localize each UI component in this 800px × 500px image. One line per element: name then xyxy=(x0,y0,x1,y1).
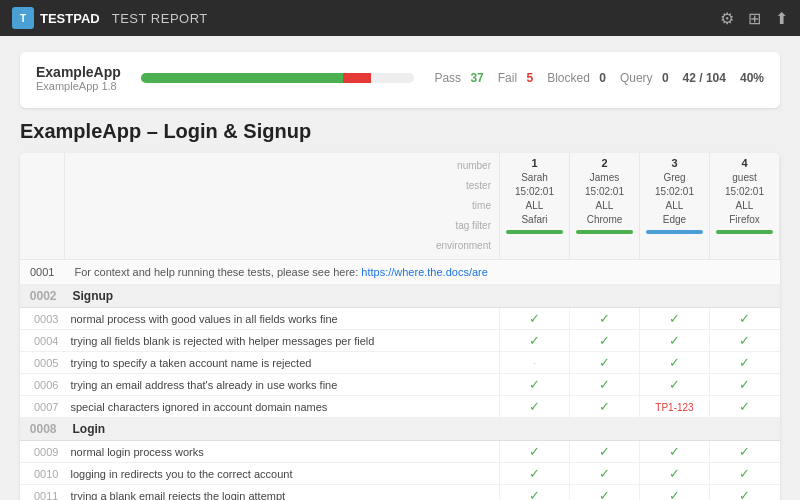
table-row: 0005 trying to specify a taken account n… xyxy=(20,352,780,374)
table-row: 0007 special characters ignored in accou… xyxy=(20,396,780,418)
check-pass: ✓ xyxy=(669,488,680,500)
check-cell-3: ✓ xyxy=(710,463,780,485)
info-link[interactable]: https://where.the.docs/are xyxy=(361,266,488,278)
project-header: ExampleApp ExampleApp 1.8 Pass 37 Fail 5… xyxy=(36,64,764,92)
row-num: 0003 xyxy=(20,308,64,330)
row-num: 0011 xyxy=(20,485,64,501)
label-tag-filter: tag filter xyxy=(71,216,491,236)
check-pass: ✓ xyxy=(669,333,680,348)
section-login: 0008 Login xyxy=(20,418,780,441)
nav-title: TEST REPORT xyxy=(112,11,208,26)
check-cell-2: TP1-123 xyxy=(640,396,710,418)
check-cell-3: ✓ xyxy=(710,352,780,374)
logo-box: T xyxy=(12,7,34,29)
check-cell-1: ✓ xyxy=(570,441,640,463)
header-tester-4: 4 guest 15:02:01 ALL Firefox xyxy=(710,153,780,260)
stat-query: Query 0 xyxy=(620,71,669,85)
row-num: 0007 xyxy=(20,396,64,418)
check-pass: ✓ xyxy=(599,377,610,392)
row-desc: normal process with good values in all f… xyxy=(64,308,499,330)
logo-text: TESTPAD xyxy=(40,11,100,26)
nav-right: ⚙ ⊞ ⬆ xyxy=(720,9,788,28)
table-row: 0010 logging in redirects you to the cor… xyxy=(20,463,780,485)
check-cell-2: ✓ xyxy=(640,463,710,485)
row-desc: logging in redirects you to the correct … xyxy=(64,463,499,485)
stat-blocked: Blocked 0 xyxy=(547,71,606,85)
nav-left: T TESTPAD TEST REPORT xyxy=(12,7,208,29)
check-cell-2: ✓ xyxy=(640,308,710,330)
check-pass: ✓ xyxy=(599,399,610,414)
check-pass: ✓ xyxy=(669,444,680,459)
check-cell-0: ✓ xyxy=(500,330,570,352)
top-nav: T TESTPAD TEST REPORT ⚙ ⊞ ⬆ xyxy=(0,0,800,36)
check-cell-1: ✓ xyxy=(570,396,640,418)
project-pct: 40% xyxy=(740,71,764,85)
row-desc: trying all fields blank is rejected with… xyxy=(64,330,499,352)
check-pass: ✓ xyxy=(739,355,750,370)
table-row: 0006 trying an email address that's alre… xyxy=(20,374,780,396)
check-pass: ✓ xyxy=(739,311,750,326)
row-desc: special characters ignored in account do… xyxy=(64,396,499,418)
check-cell-1: ✓ xyxy=(570,485,640,501)
settings-icon[interactable]: ⚙ xyxy=(720,9,734,28)
report-title: ExampleApp – Login & Signup xyxy=(20,120,780,143)
section-num: 0002 xyxy=(20,285,64,308)
check-cell-2: ✓ xyxy=(640,441,710,463)
check-pass: ✓ xyxy=(739,399,750,414)
check-cell-1: ✓ xyxy=(570,463,640,485)
row-desc: trying an email address that's already i… xyxy=(64,374,499,396)
check-cell-3: ✓ xyxy=(710,374,780,396)
check-pass: ✓ xyxy=(529,311,540,326)
main-content: ExampleApp ExampleApp 1.8 Pass 37 Fail 5… xyxy=(0,36,800,500)
row-num: 0006 xyxy=(20,374,64,396)
check-cell-0: ✓ xyxy=(500,463,570,485)
check-cell-0: ✓ xyxy=(500,308,570,330)
check-pass: ✓ xyxy=(739,444,750,459)
check-pass: ✓ xyxy=(529,488,540,500)
check-cell-3: ✓ xyxy=(710,441,780,463)
check-cell-0: ✓ xyxy=(500,396,570,418)
logo[interactable]: T TESTPAD xyxy=(12,7,100,29)
info-row: 0001 For context and help running these … xyxy=(20,260,780,285)
header-empty-num xyxy=(20,153,64,260)
check-cell-2: ✓ xyxy=(640,485,710,501)
label-env: environment xyxy=(71,236,491,256)
check-cell-0: · xyxy=(500,352,570,374)
header-labels: number tester time tag filter environmen… xyxy=(64,153,499,260)
check-cell-1: ✓ xyxy=(570,374,640,396)
check-cell-2: ✓ xyxy=(640,330,710,352)
progress-bar xyxy=(141,73,415,83)
check-pass: ✓ xyxy=(739,466,750,481)
check-cell-2: ✓ xyxy=(640,352,710,374)
check-empty: · xyxy=(533,357,536,369)
progress-fail-bar xyxy=(343,73,370,83)
header-tester-3: 3 Greg 15:02:01 ALL Edge xyxy=(640,153,710,260)
share-icon[interactable]: ⬆ xyxy=(775,9,788,28)
check-pass: ✓ xyxy=(739,333,750,348)
row-desc: normal login process works xyxy=(64,441,499,463)
row-num: 0005 xyxy=(20,352,64,374)
check-cell-1: ✓ xyxy=(570,308,640,330)
progress-pass-bar xyxy=(141,73,343,83)
check-cell-2: ✓ xyxy=(640,374,710,396)
project-total: 42 / 104 xyxy=(683,71,726,85)
check-pass: ✓ xyxy=(739,488,750,500)
check-pass: ✓ xyxy=(599,488,610,500)
check-pass: ✓ xyxy=(599,444,610,459)
check-pass: ✓ xyxy=(599,355,610,370)
check-pass: ✓ xyxy=(529,377,540,392)
check-pass: ✓ xyxy=(669,311,680,326)
info-row-text: For context and help running these tests… xyxy=(64,260,779,285)
check-cell-0: ✓ xyxy=(500,485,570,501)
label-time: time xyxy=(71,196,491,216)
grid-icon[interactable]: ⊞ xyxy=(748,9,761,28)
check-pass: ✓ xyxy=(529,399,540,414)
project-name: ExampleApp xyxy=(36,64,121,80)
header-row: number tester time tag filter environmen… xyxy=(20,153,780,260)
check-cell-0: ✓ xyxy=(500,441,570,463)
check-cell-3: ✓ xyxy=(710,485,780,501)
check-pass: ✓ xyxy=(529,444,540,459)
table-row: 0004 trying all fields blank is rejected… xyxy=(20,330,780,352)
project-stats: Pass 37 Fail 5 Blocked 0 Query 0 42 / 10… xyxy=(434,71,764,85)
check-fail-link[interactable]: TP1-123 xyxy=(655,402,693,413)
